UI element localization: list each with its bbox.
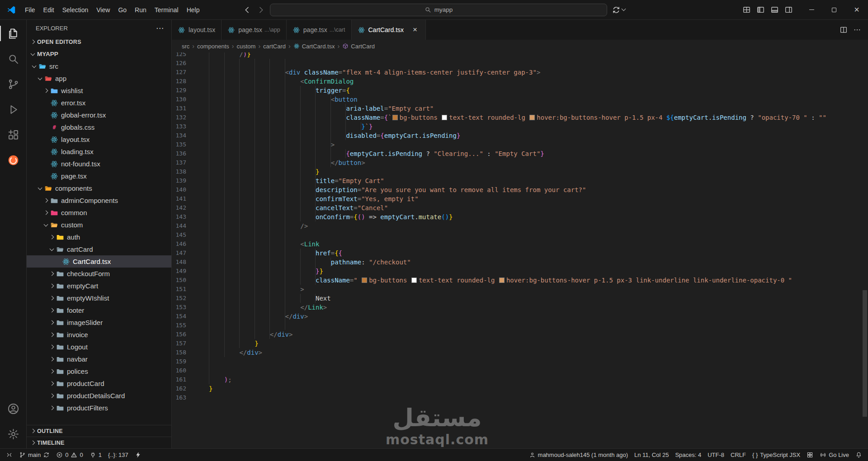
- tree-item-logout[interactable]: Logout: [27, 341, 171, 353]
- tree-item-loading-tsx[interactable]: loading.tsx: [27, 146, 171, 158]
- open-editors-section[interactable]: OPEN EDITORS: [27, 36, 171, 48]
- tree-item-app[interactable]: app: [27, 72, 171, 85]
- status-eol[interactable]: CRLF: [727, 449, 749, 461]
- split-editor-button[interactable]: [837, 24, 850, 36]
- tree-item-custom[interactable]: custom: [27, 219, 171, 231]
- menu-help[interactable]: Help: [183, 4, 204, 16]
- line-number: 159: [172, 357, 209, 366]
- tree-item-src[interactable]: src: [27, 60, 171, 72]
- menu-file[interactable]: File: [21, 4, 39, 16]
- run-task-dropdown[interactable]: [612, 5, 625, 14]
- tab-layout-tsx[interactable]: layout.tsx: [172, 20, 222, 40]
- breadcrumb-cartcard[interactable]: cartCard: [263, 43, 286, 50]
- status-power[interactable]: [132, 449, 145, 461]
- activity-settings[interactable]: [0, 421, 26, 447]
- tree-item-wishlist[interactable]: wishlist: [27, 85, 171, 97]
- project-root[interactable]: MYAPP: [27, 48, 171, 60]
- breadcrumb-components[interactable]: components: [197, 43, 229, 50]
- status-folder-size[interactable]: {..}: 137: [105, 449, 132, 461]
- tree-item-auth[interactable]: auth: [27, 231, 171, 243]
- breadcrumb-custom[interactable]: custom: [237, 43, 256, 50]
- status-ports[interactable]: 1: [86, 449, 105, 461]
- status-git-blame[interactable]: mahmoud-saleh145 (1 month ago): [526, 449, 631, 461]
- tree-item-admincomponents[interactable]: adminComponents: [27, 194, 171, 207]
- activity-accounts[interactable]: [0, 396, 26, 421]
- menu-run[interactable]: Run: [131, 4, 151, 16]
- forward-icon[interactable]: [256, 5, 265, 14]
- folder-open-icon: [56, 245, 64, 254]
- activity-orange-extension[interactable]: [0, 147, 26, 173]
- tree-item-footer[interactable]: footer: [27, 304, 171, 316]
- breadcrumb-src[interactable]: src: [182, 43, 189, 50]
- tree-item-not-found-tsx[interactable]: not-found.tsx: [27, 158, 171, 170]
- status-remote-indicator[interactable]: [3, 449, 16, 461]
- status-indentation[interactable]: Spaces: 4: [672, 449, 704, 461]
- tree-item-invoice[interactable]: invoice: [27, 329, 171, 341]
- more-button[interactable]: [851, 24, 863, 36]
- activity-search[interactable]: [0, 46, 26, 71]
- panel-right-button[interactable]: [783, 4, 795, 16]
- menu-edit[interactable]: Edit: [39, 4, 58, 16]
- close-button[interactable]: ×: [845, 0, 868, 19]
- tree-item-productcard[interactable]: productCard: [27, 377, 171, 390]
- react-icon: [62, 258, 70, 266]
- menu-view[interactable]: View: [92, 4, 114, 16]
- tree-item-emptycart[interactable]: emptyCart: [27, 280, 171, 292]
- status-problems[interactable]: 00: [53, 449, 86, 461]
- activity-extensions[interactable]: [0, 122, 26, 147]
- tree-item-checkoutform[interactable]: checkoutForm: [27, 268, 171, 280]
- folder-open-icon: [38, 62, 47, 71]
- code-editor[interactable]: 125/)}126127<div className="flex mt-4 al…: [172, 52, 868, 448]
- tree-item-global-error-tsx[interactable]: global-error.tsx: [27, 109, 171, 121]
- panel-left-button[interactable]: [755, 4, 767, 16]
- tree-item-components[interactable]: components: [27, 182, 171, 194]
- breadcrumb-cartcard-tsx[interactable]: CartCard.tsx: [293, 43, 335, 50]
- editor-scrollbar[interactable]: [863, 52, 867, 448]
- tree-item-cartcard-tsx[interactable]: CartCard.tsx: [27, 255, 171, 268]
- status-cursor-position[interactable]: Ln 11, Col 25: [631, 449, 672, 461]
- menu-terminal[interactable]: Terminal: [151, 4, 183, 16]
- activity-source-control[interactable]: [0, 71, 26, 97]
- tree-item-polices[interactable]: polices: [27, 365, 171, 377]
- timeline-section[interactable]: TIMELINE: [27, 437, 171, 448]
- activity-run-debug[interactable]: [0, 97, 26, 122]
- status-git-branch[interactable]: main: [16, 449, 53, 461]
- chevron-down-icon: [36, 75, 43, 82]
- layout-grid-button[interactable]: [741, 4, 753, 16]
- tab-page-tsx-cart[interactable]: page.tsx...\cart: [287, 20, 352, 40]
- minimize-button[interactable]: [800, 0, 823, 19]
- tree-item-common[interactable]: common: [27, 207, 171, 219]
- tree-item-globals-css[interactable]: #globals.css: [27, 121, 171, 133]
- close-tab-icon[interactable]: ×: [410, 25, 420, 34]
- tree-item-page-tsx[interactable]: page.tsx: [27, 170, 171, 182]
- scrollbar-handle[interactable]: [863, 290, 867, 417]
- activity-explorer[interactable]: [0, 21, 26, 46]
- maximize-button[interactable]: [823, 0, 845, 19]
- tree-item-navbar[interactable]: navbar: [27, 353, 171, 365]
- tab-page-tsx-app[interactable]: page.tsx...\app: [222, 20, 287, 40]
- status-go-live[interactable]: Go Live: [816, 449, 852, 461]
- tree-item-error-tsx[interactable]: error.tsx: [27, 97, 171, 109]
- line-number: 163: [172, 393, 209, 402]
- panel-bottom-button[interactable]: [769, 4, 781, 16]
- breadcrumb-cartcard[interactable]: CartCard: [342, 43, 375, 50]
- tree-item-cartcard[interactable]: cartCard: [27, 243, 171, 255]
- menu-selection[interactable]: Selection: [58, 4, 93, 16]
- status-encoding[interactable]: UTF-8: [704, 449, 727, 461]
- tree-item-imageslider[interactable]: imageSlider: [27, 316, 171, 329]
- status-notifications[interactable]: [852, 449, 865, 461]
- react-icon: [50, 172, 58, 180]
- status-language-mode[interactable]: { }TypeScript JSX: [749, 449, 803, 461]
- menu-go[interactable]: Go: [114, 4, 131, 16]
- status-extension-indicator[interactable]: [803, 449, 816, 461]
- code-line-149: 149}}: [172, 267, 868, 276]
- tree-item-productdetailscard[interactable]: productDetailsCard: [27, 390, 171, 402]
- back-icon[interactable]: [243, 5, 252, 14]
- tab-cartcard-tsx[interactable]: CartCard.tsx×: [352, 20, 426, 40]
- tree-item-emptywishlist[interactable]: emptyWIshlist: [27, 292, 171, 304]
- more-actions-icon[interactable]: ⋯: [156, 24, 164, 33]
- command-center-search[interactable]: myapp: [270, 4, 607, 16]
- outline-section[interactable]: OUTLINE: [27, 425, 171, 437]
- tree-item-layout-tsx[interactable]: layout.tsx: [27, 133, 171, 146]
- tree-item-productfilters[interactable]: productFilters: [27, 402, 171, 414]
